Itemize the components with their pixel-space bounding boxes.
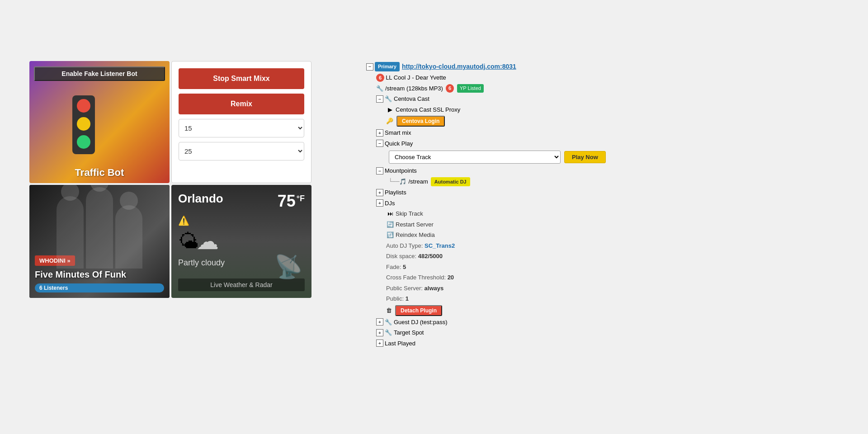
skip-track-row: ⏭ Skip Track <box>366 208 683 219</box>
fade-label: Fade: <box>386 263 401 272</box>
stream-num-badge: 6 <box>446 84 454 93</box>
radar-tower-icon: 📡 <box>274 254 302 280</box>
public-server-label: Public Server: <box>386 284 423 293</box>
centova-ssl-label: Centova Cast SSL Proxy <box>396 105 460 114</box>
smart-mix-label: Smart mix <box>385 128 411 137</box>
stream-path-text: /stream (128kbs MP3) <box>385 84 443 93</box>
guest-dj-row: + 🔧 Guest DJ (test:pass) <box>366 317 683 328</box>
djs-row: + DJs <box>366 198 683 209</box>
public-row: Public: 1 <box>366 293 683 304</box>
root-toggle[interactable]: − <box>366 63 373 71</box>
reindex-media-label[interactable]: Reindex Media <box>396 231 435 240</box>
remix-button[interactable]: Remix <box>179 94 304 114</box>
djs-toggle[interactable]: + <box>376 199 383 207</box>
centova-login-row: 🔑 Centova Login <box>366 115 683 127</box>
target-spot-row: + 🔧 Target Spot <box>366 327 683 338</box>
public-server-row: Public Server: always <box>366 283 683 294</box>
disk-space-value: 482/5000 <box>418 252 443 261</box>
centova-cast-label: Centova Cast <box>394 94 429 104</box>
primary-badge: Primary <box>375 62 400 71</box>
playlists-toggle[interactable]: + <box>376 189 383 196</box>
listeners-badge: 6 Listeners <box>35 283 164 292</box>
stream-path-row: 🔧 /stream (128kbs MP3) 6 YP Listed <box>366 83 683 94</box>
playlists-row: + Playlists <box>366 187 683 198</box>
traffic-green-icon <box>77 135 90 149</box>
djs-label: DJs <box>385 199 395 208</box>
centova-login-button[interactable]: Centova Login <box>396 116 445 127</box>
yp-listed-badge: YP Listed <box>457 84 484 93</box>
auto-dj-type-label: Auto DJ Type: <box>386 241 423 250</box>
weather-icon-area: 🌤 ☁ <box>178 228 305 255</box>
weather-city: Orlando <box>178 192 223 206</box>
guest-dj-toggle[interactable]: + <box>376 318 383 326</box>
centova-ssl-row: ▶ Centova Cast SSL Proxy <box>366 104 683 115</box>
cross-fade-value: 20 <box>448 273 454 282</box>
stop-smart-mixx-button[interactable]: Stop Smart Mixx <box>179 68 304 89</box>
centova-cast-toggle[interactable]: − <box>376 95 383 103</box>
now-playing-text: LL Cool J - Dear Yvette <box>386 73 446 82</box>
play-now-button[interactable]: Play Now <box>564 151 606 163</box>
traffic-yellow-icon <box>77 117 90 131</box>
quick-play-toggle[interactable]: − <box>376 140 383 147</box>
sun-icon: 🌤 <box>178 230 198 253</box>
detach-plugin-button[interactable]: Detach Plugin <box>395 305 442 316</box>
silhouettes <box>29 185 170 271</box>
guest-dj-label: Guest DJ (test:pass) <box>394 318 447 327</box>
last-played-row: + Last Played <box>366 338 683 349</box>
target-spot-toggle[interactable]: + <box>376 329 383 336</box>
weather-alert-icon: ⚠️ <box>178 215 305 226</box>
smart-mix-toggle[interactable]: + <box>376 129 383 137</box>
auto-dj-type-value: SC_Trans2 <box>425 241 455 250</box>
cloud-icon: ☁ <box>196 228 219 255</box>
panels-container: Enable Fake Listener Bot Traffic Bot Sto… <box>29 61 311 298</box>
skip-track-label[interactable]: Skip Track <box>396 209 423 218</box>
silhouette-figure <box>115 205 142 269</box>
mountpoints-row: − Mountpoints <box>366 165 683 176</box>
mountpoints-label: Mountpoints <box>385 166 417 175</box>
cross-fade-label: Cross Fade Threshold: <box>386 273 446 282</box>
weather-footer[interactable]: Live Weather & Radar <box>178 278 305 291</box>
centova-cast-row: − 🔧 Centova Cast <box>366 94 683 104</box>
playlists-label: Playlists <box>385 188 406 197</box>
smart-mix-row: + Smart mix <box>366 127 683 138</box>
disk-space-row: Disk space: 482/5000 <box>366 251 683 262</box>
target-spot-label: Target Spot <box>394 328 424 337</box>
cross-fade-row: Cross Fade Threshold: 20 <box>366 272 683 283</box>
select-option-2[interactable]: 15 20 25 30 <box>179 142 304 160</box>
stream-mount-row: └── 🎵 /stream Automatic DJ <box>366 176 683 188</box>
weather-temperature: 75 °F <box>278 192 305 211</box>
panel-weather: Orlando 75 °F ⚠️ 🌤 ☁ Partly cloudy 📡 Liv… <box>171 185 311 298</box>
last-played-label: Last Played <box>385 339 415 348</box>
silhouette-figure <box>57 196 84 269</box>
mountpoints-toggle[interactable]: − <box>376 167 383 175</box>
select-option-1[interactable]: 15 20 25 30 <box>179 119 304 137</box>
server-root-row: − Primary http://tokyo-cloud.myautodj.co… <box>366 61 683 72</box>
song-title: Five Minutes Of Funk <box>35 269 164 280</box>
fade-row: Fade: 5 <box>366 262 683 273</box>
weather-header: Orlando 75 °F <box>178 192 305 211</box>
play-icon: ▶ <box>386 105 394 113</box>
public-label: Public: <box>386 294 404 303</box>
auto-dj-type-row: Auto DJ Type: SC_Trans2 <box>366 241 683 251</box>
choose-track-row: Choose Track Play Now <box>366 151 683 164</box>
traffic-red-icon <box>77 99 90 113</box>
restart-server-row: 🔄 Restart Server <box>366 219 683 230</box>
restart-server-label[interactable]: Restart Server <box>396 220 434 229</box>
choose-track-select[interactable]: Choose Track <box>389 151 561 164</box>
last-played-toggle[interactable]: + <box>376 340 383 347</box>
panel-artist: WHODINI » Five Minutes Of Funk 6 Listene… <box>29 185 170 298</box>
reindex-media-row: 🔃 Reindex Media <box>366 230 683 241</box>
quick-play-label: Quick Play <box>385 139 413 148</box>
public-server-value: always <box>425 284 444 293</box>
public-value: 1 <box>406 294 409 303</box>
enable-fake-listener-btn[interactable]: Enable Fake Listener Bot <box>34 66 165 81</box>
server-url-link[interactable]: http://tokyo-cloud.myautodj.com:8031 <box>402 62 516 71</box>
panel-smart-mixx: Stop Smart Mixx Remix 15 20 25 30 15 20 … <box>171 61 311 183</box>
traffic-light-icon <box>72 95 95 154</box>
now-playing-row: 6 LL Cool J - Dear Yvette <box>366 72 683 83</box>
fade-value: 5 <box>403 263 406 272</box>
skip-icon: ⏭ <box>386 210 394 218</box>
quick-play-row: − Quick Play <box>366 138 683 149</box>
detach-plugin-row: 🗑 Detach Plugin <box>366 304 683 317</box>
track-num-badge: 6 <box>376 74 384 82</box>
